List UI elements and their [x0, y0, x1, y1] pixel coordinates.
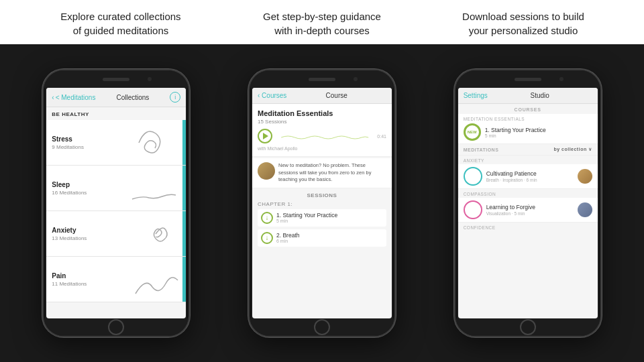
download-icon[interactable]: ↓ [261, 212, 273, 224]
session-1-dur: 5 min [276, 219, 337, 223]
sessions-header: SESSIONS [258, 192, 386, 198]
camera-icon [354, 77, 358, 81]
session-1-row[interactable]: ↓ 1. Starting Your Practice 5 min [258, 209, 386, 227]
home-button[interactable] [520, 319, 536, 335]
info-icon[interactable]: i [170, 92, 180, 103]
chevron-left-icon: ‹ [258, 92, 260, 99]
learning-to-forgive-tags: Visualization · 5 min [486, 211, 574, 216]
stress-title: Stress [52, 135, 120, 143]
meditations-label: MEDITATIONS [464, 147, 499, 152]
studio-course-title: 1. Starting Your Practice [485, 127, 546, 133]
stress-sub: 9 Meditations [52, 144, 120, 150]
camera-icon [559, 77, 564, 81]
play-bar: 0:41 [258, 129, 386, 143]
studio-course-item: MEDITATION ESSENTIALS NEW 1. Starting Yo… [458, 114, 598, 144]
cultivating-patience-row[interactable]: Cultivating Patience Breath · Inspiratio… [458, 164, 598, 189]
sessions-section: SESSIONS CHAPTER 1: ↓ 1. Starting Your P… [252, 188, 392, 251]
caption-right-line1: Download sessions to build [462, 11, 584, 22]
settings-back-button[interactable]: Settings [464, 92, 488, 99]
pain-row[interactable]: Pain 11 Meditations [46, 257, 186, 302]
meditations-section-head: MEDITATIONS by collection ∨ [458, 144, 598, 156]
stress-art [125, 120, 186, 166]
sleep-row[interactable]: Sleep 16 Meditations [46, 166, 186, 211]
session-2-title: 2. Breath [276, 232, 300, 239]
caption-middle: Get step-by-step guidance with in-depth … [231, 9, 413, 38]
new-badge: NEW [464, 123, 481, 141]
learning-to-forgive-title: Learning to Forgive [486, 204, 574, 210]
teal-accent-bar [182, 120, 186, 166]
learning-to-forgive-avatar [578, 202, 592, 217]
phone-1-screen: ‹ < Meditations Collections i BE HEALTHY… [46, 88, 186, 318]
anxiety-art [125, 211, 186, 257]
anxiety-title: Anxiety [52, 227, 120, 234]
studio-course-sublabel: MEDITATION ESSENTIALS [464, 117, 592, 121]
studio-tab[interactable]: Studio [488, 92, 592, 99]
caption-right: Download sessions to build your personal… [433, 9, 614, 38]
caption-left-line1: Explore curated collections [60, 11, 180, 22]
camera-icon [148, 77, 152, 81]
anxiety-sub: 13 Meditations [52, 235, 120, 241]
courses-back-button[interactable]: ‹ Courses [258, 92, 286, 99]
caption-right-line2: your personalized studio [469, 25, 578, 36]
home-button[interactable] [108, 319, 124, 335]
teal-accent-bar [182, 257, 186, 302]
session-2-row[interactable]: ↓ 2. Breath 6 min [258, 229, 386, 247]
course-tab[interactable]: Course [286, 92, 386, 99]
anxiety-category: ANXIETY [458, 156, 598, 164]
course-header: Meditation Essentials 15 Sessions 0:41 w… [252, 104, 392, 157]
caption-middle-line2: with in-depth courses [274, 25, 370, 36]
pain-title: Pain [52, 272, 120, 280]
download-icon[interactable]: ↓ [261, 232, 273, 244]
be-healthy-label: BE HEALTHY [46, 107, 186, 120]
phone-2-screen: ‹ Courses Course Meditation Essentials 1… [252, 88, 392, 318]
speaker-icon [103, 78, 129, 81]
confidence-category: CONFIDENCE [458, 223, 598, 231]
play-button[interactable] [258, 129, 272, 143]
speaker-icon [515, 78, 541, 81]
session-1-title: 1. Starting Your Practice [276, 212, 337, 219]
compassion-category: COMPASSION [458, 189, 598, 198]
screen1-navbar: ‹ < Meditations Collections i [46, 88, 186, 107]
studio-course-sub: 5 min [485, 133, 546, 138]
home-button[interactable] [314, 319, 330, 335]
screen2-navbar: ‹ Courses Course [252, 88, 392, 104]
course-description: New to meditation? No problem. These ses… [252, 158, 392, 188]
anxiety-row[interactable]: Anxiety 13 Meditations [46, 211, 186, 257]
waveform-area [275, 132, 374, 140]
meditations-back-button[interactable]: ‹ < Meditations [52, 94, 95, 101]
caption-middle-line1: Get step-by-step guidance [263, 11, 381, 22]
teal-accent-bar [182, 166, 186, 211]
chapter-label: CHAPTER 1: [258, 201, 386, 207]
course-title: Meditation Essentials [258, 109, 386, 117]
teal-accent-bar [182, 211, 186, 257]
time-label: 0:41 [377, 134, 386, 139]
learning-to-forgive-row[interactable]: Learning to Forgive Visualization · 5 mi… [458, 198, 598, 223]
phone-3-bottom-bar [455, 318, 600, 336]
back-label: < Meditations [56, 94, 96, 101]
stress-row[interactable]: Stress 9 Meditations [46, 120, 186, 166]
play-icon [263, 133, 268, 139]
phone-3-screen: Settings Studio COURSES MEDITATION ESSEN… [458, 88, 598, 318]
phone-1: ‹ < Meditations Collections i BE HEALTHY… [42, 69, 190, 337]
pink-circle-icon [464, 200, 482, 219]
teal-circle-icon [464, 167, 482, 186]
session-2-dur: 6 min [276, 239, 300, 243]
speaker-icon [309, 78, 335, 81]
phone-1-top-bar [44, 70, 189, 88]
sleep-art [125, 166, 186, 211]
captions-row: Explore curated collections of guided me… [0, 0, 644, 44]
cultivating-patience-tags: Breath · Inspiration · 6 min [486, 178, 574, 182]
course-sessions: 15 Sessions [258, 119, 386, 125]
phone-3-top-bar [455, 70, 600, 88]
sleep-sub: 16 Meditations [52, 190, 120, 196]
phone-2-top-bar [250, 70, 394, 88]
phones-area: ‹ < Meditations Collections i BE HEALTHY… [0, 44, 644, 362]
cultivating-patience-avatar [578, 169, 592, 184]
courses-back-label: Courses [262, 92, 286, 99]
phone-3: Settings Studio COURSES MEDITATION ESSEN… [454, 69, 602, 337]
caption-left: Explore curated collections of guided me… [30, 9, 211, 38]
phone-2-bottom-bar [250, 318, 394, 336]
courses-section-head: COURSES [458, 104, 598, 114]
by-collection-filter[interactable]: by collection ∨ [553, 147, 592, 152]
collections-tab[interactable]: Collections [95, 94, 170, 101]
